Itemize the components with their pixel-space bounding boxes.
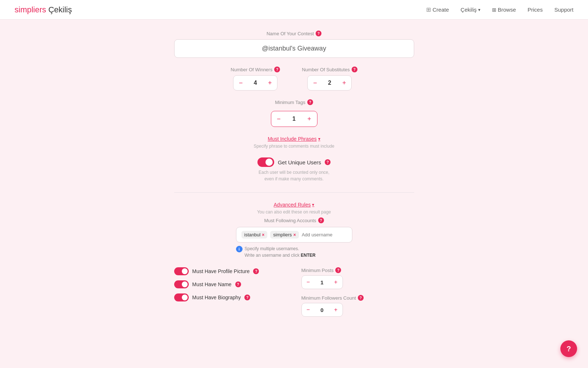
unique-users-desc: Each user will be counted only once, eve… (259, 169, 329, 182)
tag-istanbul-label: istanbul (244, 232, 261, 237)
profile-picture-row: Must Have Profile Picture ? (174, 267, 287, 275)
must-have-biography-row: Must Have Biography ? (174, 293, 287, 301)
advanced-rules-link[interactable]: Advanced Rules ▾ (274, 202, 315, 208)
min-tags-value: 1 (287, 116, 302, 122)
nav-create[interactable]: ⊞ Create (426, 6, 449, 13)
help-float-button[interactable]: ? (560, 340, 577, 357)
min-tags-counter: − 1 + (271, 111, 317, 127)
bottom-grid: Must Have Profile Picture ? Must Have Na… (174, 267, 414, 317)
unique-users-row: Get Unique Users ? (257, 157, 331, 167)
brand-logo[interactable]: simpliers Çekiliş (15, 5, 72, 15)
must-have-biography-help-icon[interactable]: ? (244, 295, 250, 300)
substitutes-counter: − 2 + (307, 75, 352, 91)
chevron-down-icon: ▾ (478, 7, 480, 12)
must-have-name-help-icon[interactable]: ? (235, 281, 241, 287)
must-include-phrases-section: Must Include Phrases ▾ Specify phrase to… (174, 136, 414, 149)
min-posts-group: Minimum Posts ? − 1 + (301, 267, 414, 289)
min-followers-increment-button[interactable]: + (329, 303, 343, 316)
tag-simpliers: simpliers × (270, 231, 299, 239)
min-tags-increment-button[interactable]: + (302, 111, 317, 127)
substitutes-increment-button[interactable]: + (337, 76, 351, 90)
must-following-help-icon[interactable]: ? (318, 217, 324, 223)
winners-label: Number Of Winners ? (231, 67, 280, 72)
min-posts-label: Minimum Posts ? (301, 267, 414, 273)
unique-users-label: Get Unique Users (278, 159, 321, 165)
must-include-phrases-link[interactable]: Must Include Phrases ▾ (268, 136, 320, 142)
advanced-rules-chevron-icon: ▾ (312, 202, 314, 207)
browse-icon: ⊞ (492, 7, 496, 13)
advanced-rules-subtitle: You can also edit these on result page (174, 209, 414, 215)
section-divider (174, 192, 414, 193)
info-icon: i (236, 246, 243, 252)
min-posts-value: 1 (315, 279, 329, 285)
nav-cekilish[interactable]: Çekiliş ▾ (461, 7, 480, 13)
min-followers-help-icon[interactable]: ? (358, 295, 364, 301)
min-followers-decrement-button[interactable]: − (302, 303, 315, 316)
nav-support[interactable]: Support (554, 7, 573, 13)
min-followers-value: 0 (315, 307, 329, 313)
unique-users-section: Get Unique Users ? Each user will be cou… (174, 157, 414, 182)
tag-istanbul-remove-button[interactable]: × (262, 232, 264, 237)
navbar: simpliers Çekiliş ⊞ Create Çekiliş ▾ ⊞ B… (0, 0, 588, 20)
unique-users-toggle[interactable] (257, 157, 274, 167)
phrases-chevron-icon: ▾ (318, 136, 320, 141)
substitutes-help-icon[interactable]: ? (352, 67, 357, 72)
min-tags-section: Minimum Tags ? − 1 + (174, 99, 414, 127)
must-have-name-label: Must Have Name (192, 281, 232, 287)
must-have-biography-toggle[interactable] (174, 293, 189, 301)
winners-counter: − 4 + (233, 75, 277, 91)
brand-name-plain: Çekiliş (46, 5, 72, 14)
profile-picture-help-icon[interactable]: ? (253, 268, 259, 274)
min-followers-label: Minimum Followers Count ? (301, 295, 414, 301)
tag-istanbul: istanbul × (241, 231, 268, 239)
must-have-name-toggle[interactable] (174, 280, 189, 288)
must-have-biography-label: Must Have Biography (192, 295, 241, 300)
substitutes-value: 2 (322, 80, 337, 86)
min-posts-increment-button[interactable]: + (329, 276, 343, 289)
must-following-label: Must Following Accounts ? (174, 217, 414, 223)
winners-value: 4 (248, 80, 263, 86)
phrases-subtitle: Specify phrase to comments must include (174, 144, 414, 149)
winners-decrement-button[interactable]: − (233, 76, 248, 90)
winners-help-icon[interactable]: ? (274, 67, 280, 72)
create-icon: ⊞ (426, 6, 431, 13)
tag-hint: i Specify multiple usernames. Write an u… (236, 245, 352, 259)
min-tags-help-icon[interactable]: ? (307, 99, 313, 105)
main-content: Name Of Your Contest ? Number Of Winners… (167, 20, 421, 339)
brand-name-colored: simpliers (15, 5, 46, 14)
min-posts-counter: − 1 + (301, 275, 343, 289)
tag-simpliers-label: simpliers (273, 232, 292, 237)
min-followers-group: Minimum Followers Count ? − 0 + (301, 295, 414, 317)
substitutes-group: Number Of Substitutes ? − 2 + (302, 67, 357, 91)
right-counters: Minimum Posts ? − 1 + Minimum Followers … (301, 267, 414, 317)
tag-simpliers-remove-button[interactable]: × (293, 232, 296, 237)
tag-input-box[interactable]: istanbul × simpliers × (236, 227, 352, 243)
min-posts-help-icon[interactable]: ? (335, 267, 341, 273)
min-followers-counter: − 0 + (301, 303, 343, 317)
contest-name-input[interactable] (174, 39, 414, 58)
unique-users-help-icon[interactable]: ? (325, 159, 331, 165)
must-following-section: Must Following Accounts ? istanbul × sim… (174, 217, 414, 259)
winners-row: Number Of Winners ? − 4 + Number Of Subs… (174, 67, 414, 91)
substitutes-label: Number Of Substitutes ? (302, 67, 357, 72)
profile-picture-toggle[interactable] (174, 267, 189, 275)
substitutes-decrement-button[interactable]: − (308, 76, 322, 90)
winners-group: Number Of Winners ? − 4 + (231, 67, 280, 91)
must-have-name-row: Must Have Name ? (174, 280, 287, 288)
profile-picture-label: Must Have Profile Picture (192, 268, 250, 274)
contest-name-label: Name Of Your Contest ? (174, 31, 414, 36)
min-tags-decrement-button[interactable]: − (271, 111, 287, 127)
tag-hint-text: Specify multiple usernames. Write an use… (245, 245, 316, 259)
nav-prices[interactable]: Prices (528, 7, 543, 13)
left-toggles: Must Have Profile Picture ? Must Have Na… (174, 267, 287, 301)
contest-name-help-icon[interactable]: ? (316, 31, 321, 36)
advanced-rules-section: Advanced Rules ▾ You can also edit these… (174, 201, 414, 215)
username-input[interactable] (302, 232, 347, 237)
winners-increment-button[interactable]: + (263, 76, 277, 90)
min-tags-label: Minimum Tags ? (275, 99, 313, 105)
min-posts-decrement-button[interactable]: − (302, 276, 315, 289)
nav-browse[interactable]: ⊞ Browse (492, 7, 516, 13)
